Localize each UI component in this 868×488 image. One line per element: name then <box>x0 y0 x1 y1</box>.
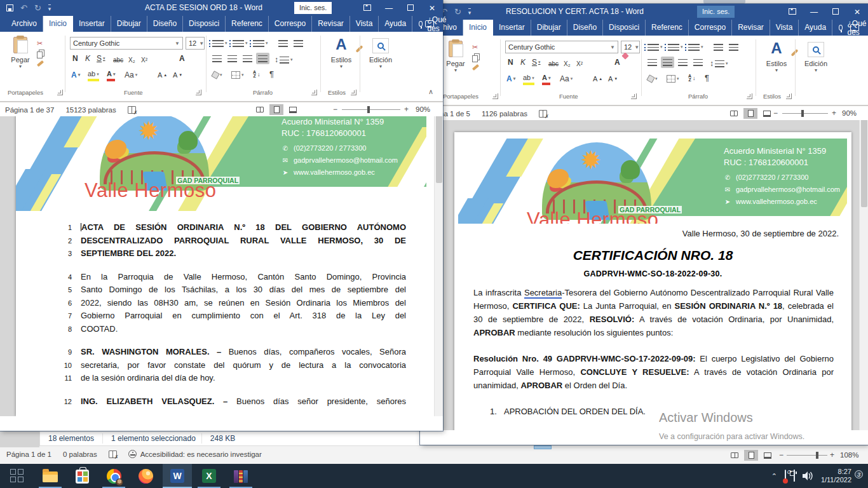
tab-correspo[interactable]: Correspo <box>269 16 312 32</box>
maximize-button[interactable] <box>825 8 846 17</box>
tab-vista[interactable]: Vista <box>770 20 799 36</box>
underline-button[interactable]: S▾ <box>97 52 105 65</box>
multilevel-list-button[interactable]: ▾ <box>253 37 268 50</box>
font-color-button[interactable]: A▾ <box>542 72 550 85</box>
grow-font-button[interactable]: A▲ <box>593 72 602 85</box>
word-count[interactable]: 1126 palabras <box>482 110 527 118</box>
pilcrow-button[interactable]: ¶ <box>269 67 274 80</box>
grow-font-button[interactable]: A▲ <box>158 69 167 81</box>
taskbar-file-explorer[interactable] <box>36 464 65 488</box>
font-dialog-launcher-icon[interactable] <box>631 93 637 99</box>
shading-button[interactable]: ▾ <box>648 72 658 85</box>
editing-button[interactable]: Edición ▾ <box>366 38 395 69</box>
cut-icon[interactable]: ✂ <box>37 39 44 48</box>
strikethrough-button[interactable]: abc <box>113 53 123 66</box>
bg-page-indicator[interactable]: Página 1 de 1 <box>6 451 51 458</box>
increase-indent-button[interactable] <box>294 37 303 50</box>
tab-inicio[interactable]: Inicio <box>463 20 493 36</box>
proofing-status-icon[interactable] <box>128 106 136 114</box>
tab-diseño[interactable]: Diseño <box>567 20 603 36</box>
decrease-indent-button[interactable] <box>278 37 288 50</box>
numbering-button[interactable]: ▾ <box>668 41 683 53</box>
zoom-slider-thumb[interactable] <box>801 110 804 117</box>
taskbar-winrar[interactable] <box>226 464 255 488</box>
bg-zoom-slider[interactable] <box>787 455 827 456</box>
tab-dibujar[interactable]: Dibujar <box>531 20 567 36</box>
volume-icon[interactable] <box>803 471 813 480</box>
tab-correspo[interactable]: Correspo <box>689 20 732 36</box>
sort-button[interactable]: AZ↓ <box>688 72 696 85</box>
line-spacing-button[interactable]: ↕▾ <box>275 53 293 66</box>
increase-indent-button[interactable] <box>729 41 738 53</box>
highlight-color-button[interactable]: ab▾ <box>88 69 99 81</box>
bg-horizontal-scrollbar-thumb[interactable] <box>534 445 552 449</box>
paragraph-dialog-launcher-icon[interactable] <box>311 90 317 95</box>
web-layout-button[interactable] <box>760 108 774 119</box>
redo-icon[interactable]: ↻ <box>454 8 461 16</box>
bg-print-layout-button[interactable] <box>744 450 758 461</box>
change-case-button[interactable]: Aa▾ <box>560 72 573 85</box>
maximize-button[interactable] <box>400 4 421 13</box>
font-size-combobox[interactable]: 12▼ <box>621 41 640 53</box>
start-button[interactable] <box>3 464 32 488</box>
bold-button[interactable]: N <box>72 52 78 65</box>
tab-insertar[interactable]: Insertar <box>493 20 531 36</box>
bg-zoom-in-button[interactable]: + <box>830 451 834 459</box>
borders-button[interactable]: ▾ <box>231 69 244 81</box>
font-dialog-launcher-icon[interactable] <box>196 90 201 95</box>
tab-referenc[interactable]: Referenc <box>646 20 689 36</box>
comments-icon[interactable] <box>425 20 434 27</box>
accessibility-status[interactable]: Accesibilidad: es necesario investigar <box>128 450 262 458</box>
editing-button[interactable]: Edición ▾ <box>801 42 831 73</box>
font-size-combobox[interactable]: 12▼ <box>186 37 205 50</box>
styles-dialog-launcher-icon[interactable] <box>351 90 356 95</box>
font-color-button[interactable]: A▾ <box>107 69 115 81</box>
proofing-status-icon[interactable] <box>539 110 547 118</box>
font-name-combobox[interactable]: Century Gothic▼ <box>505 41 618 53</box>
scrollbar-thumb[interactable] <box>861 112 867 207</box>
paste-button[interactable]: Pegar ▾ <box>6 37 34 69</box>
close-button[interactable]: ✕ <box>421 4 443 13</box>
word-window-right[interactable]: ↶ ↻ ▾ RESOLUCION Y CERT. ACTA 18 - Word … <box>420 4 868 445</box>
bullets-button[interactable]: ▾ <box>212 37 227 50</box>
word-window-left[interactable]: ↶ ↻ ▾ ACTA DE SESION ORD 18 - Word Inic.… <box>0 0 443 431</box>
minimize-button[interactable]: — <box>803 8 825 17</box>
format-painter-icon[interactable] <box>472 64 479 71</box>
bg-zoom-level[interactable]: 108% <box>840 451 858 459</box>
zoom-in-button[interactable]: + <box>832 109 836 118</box>
tab-archivo[interactable]: Archivo <box>5 16 43 32</box>
copy-icon[interactable] <box>37 51 43 58</box>
zoom-slider[interactable] <box>782 113 828 114</box>
document-page-right[interactable]: Acuerdo Ministerial N° 1359 RUC : 176812… <box>454 132 851 430</box>
scrollbar-thumb[interactable] <box>436 107 442 183</box>
paragraph-dialog-launcher-icon[interactable] <box>747 93 752 99</box>
qat-customize-icon[interactable]: ▾ <box>48 4 51 12</box>
document-page-left[interactable]: Acuerdo Ministerial N° 1359 RUC : 176812… <box>16 109 434 416</box>
zoom-out-button[interactable]: − <box>773 109 778 118</box>
align-center-button[interactable] <box>661 57 674 68</box>
tab-dibujar[interactable]: Dibujar <box>111 16 147 32</box>
text-effects-button[interactable]: A▾ <box>506 72 515 85</box>
taskbar-clock[interactable]: 8:27 1/11/2022 <box>821 468 851 484</box>
numbering-button[interactable]: ▾ <box>233 37 248 50</box>
tab-inicio[interactable]: Inicio <box>43 16 73 32</box>
sign-in-button[interactable]: Inic. ses. <box>294 2 332 14</box>
tab-disposici[interactable]: Disposici <box>183 16 226 32</box>
align-right-button[interactable] <box>676 57 689 68</box>
taskbar-chrome[interactable] <box>99 464 128 488</box>
styles-dialog-launcher-icon[interactable] <box>786 93 792 99</box>
cast-icon[interactable] <box>785 470 786 482</box>
word-count[interactable]: 15123 palabras <box>65 106 116 114</box>
tab-ayuda[interactable]: Ayuda <box>799 20 832 36</box>
tab-revisar[interactable]: Revisar <box>312 16 350 32</box>
superscript-button[interactable]: X² <box>141 53 147 66</box>
read-mode-button[interactable] <box>727 108 741 119</box>
bg-zoom-slider-thumb[interactable] <box>816 452 818 459</box>
save-icon[interactable] <box>6 4 13 11</box>
italic-button[interactable]: K <box>85 52 90 65</box>
zoom-out-button[interactable]: − <box>333 105 337 114</box>
align-left-button[interactable] <box>210 53 224 64</box>
borders-button[interactable]: ▾ <box>667 72 679 85</box>
clipboard-dialog-launcher-icon[interactable] <box>492 93 498 99</box>
tray-chevron-icon[interactable]: ⌃ <box>771 472 777 480</box>
